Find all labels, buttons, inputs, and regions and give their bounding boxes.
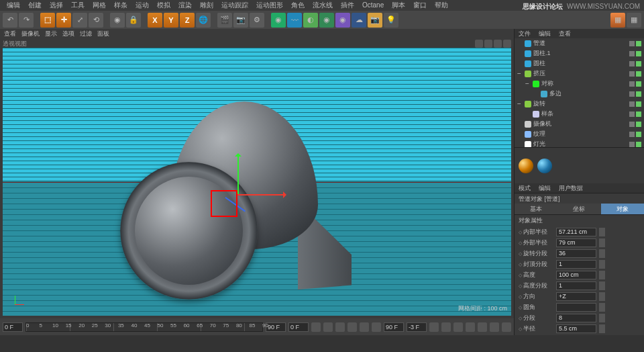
menu-工具[interactable]: 工具 bbox=[67, 0, 89, 11]
viewtab[interactable]: 摄像机 bbox=[21, 29, 40, 38]
objtab[interactable]: 文件 bbox=[515, 29, 535, 38]
attr-input[interactable] bbox=[556, 281, 596, 290]
autokey[interactable] bbox=[441, 322, 451, 332]
menu-运动[interactable]: 运动 bbox=[131, 0, 153, 11]
menu-窗口[interactable]: 窗口 bbox=[409, 0, 431, 11]
attr-input[interactable] bbox=[556, 260, 596, 269]
attr-input[interactable] bbox=[556, 271, 596, 279]
visibility-flag[interactable] bbox=[636, 132, 641, 137]
viewtab[interactable]: 面板 bbox=[97, 29, 109, 38]
menu-Octane[interactable]: Octane bbox=[358, 0, 388, 11]
vp-nav-icon[interactable] bbox=[475, 40, 483, 48]
camera[interactable]: 📷 bbox=[368, 13, 382, 28]
menu-运动图形[interactable]: 运动图形 bbox=[252, 0, 287, 11]
x-axis[interactable]: X bbox=[148, 13, 162, 28]
environment[interactable]: ☁ bbox=[352, 13, 366, 28]
timeline-start[interactable] bbox=[3, 322, 23, 332]
visibility-flag[interactable] bbox=[636, 91, 641, 97]
tab-basic[interactable]: 基本 bbox=[515, 204, 557, 214]
tab-object[interactable]: 对象 bbox=[601, 204, 644, 214]
key-opts4[interactable] bbox=[490, 322, 499, 332]
menu-脚本[interactable]: 脚本 bbox=[388, 0, 409, 11]
tree-row[interactable]: −旋转 bbox=[515, 99, 644, 109]
menu-编辑[interactable]: 编辑 bbox=[3, 0, 24, 11]
tree-row[interactable]: 多边 bbox=[515, 89, 644, 99]
menu-雕刻[interactable]: 雕刻 bbox=[196, 0, 217, 11]
light[interactable]: 💡 bbox=[384, 13, 398, 28]
tree-row[interactable]: 摄像机 bbox=[515, 119, 644, 129]
visibility-flag[interactable] bbox=[636, 61, 641, 67]
viewtab[interactable]: 过滤 bbox=[80, 29, 92, 38]
goto-start[interactable] bbox=[311, 322, 321, 332]
material-manager[interactable] bbox=[515, 147, 644, 183]
visibility-flag[interactable] bbox=[636, 122, 641, 127]
timeline-range-end[interactable] bbox=[384, 322, 404, 332]
tab-coord[interactable]: 坐标 bbox=[557, 204, 600, 214]
attr-input[interactable] bbox=[556, 292, 596, 301]
visibility-flag[interactable] bbox=[629, 81, 635, 87]
attr-input[interactable] bbox=[556, 314, 596, 322]
y-axis[interactable]: Y bbox=[164, 13, 178, 28]
visibility-flag[interactable] bbox=[636, 142, 641, 147]
transform-gizmo[interactable] bbox=[197, 155, 278, 236]
coord-sys[interactable]: 🌐 bbox=[196, 13, 211, 28]
viewport[interactable]: 透视视图 网格间距 : 100 cm bbox=[0, 38, 514, 318]
redo-button[interactable]: ↷ bbox=[19, 13, 34, 28]
render-pict[interactable]: 📷 bbox=[233, 13, 248, 28]
viewtab[interactable]: 查看 bbox=[4, 29, 16, 38]
vp-nav-icon[interactable] bbox=[503, 40, 511, 48]
attrtab[interactable]: 模式 bbox=[515, 183, 535, 193]
tree-row[interactable]: 圆柱.1 bbox=[515, 48, 644, 58]
menu-流水线[interactable]: 流水线 bbox=[309, 0, 337, 11]
attr-input[interactable] bbox=[556, 249, 596, 258]
attr-input[interactable] bbox=[556, 303, 596, 312]
timeline-cur[interactable] bbox=[288, 322, 309, 332]
visibility-flag[interactable] bbox=[629, 142, 635, 147]
visibility-flag[interactable] bbox=[629, 112, 635, 117]
tree-row[interactable]: 圆柱 bbox=[515, 58, 644, 69]
attrtab[interactable]: 编辑 bbox=[535, 183, 555, 193]
key-opts[interactable] bbox=[453, 322, 463, 332]
spinner[interactable] bbox=[599, 249, 605, 258]
tree-row[interactable]: 灯光 bbox=[515, 139, 644, 147]
scale-tool[interactable]: ⤢ bbox=[72, 13, 87, 28]
visibility-flag[interactable] bbox=[636, 71, 641, 77]
expand-icon[interactable]: − bbox=[517, 100, 523, 107]
material-preview[interactable] bbox=[519, 159, 533, 173]
spinner[interactable] bbox=[599, 260, 605, 269]
render-settings[interactable]: ⚙ bbox=[250, 13, 264, 28]
visibility-flag[interactable] bbox=[629, 41, 635, 46]
undo-button[interactable]: ↶ bbox=[3, 13, 17, 28]
record[interactable] bbox=[429, 322, 439, 332]
tree-row[interactable]: 管道 bbox=[515, 38, 644, 48]
spinner[interactable] bbox=[599, 314, 605, 322]
generator[interactable]: ◐ bbox=[303, 13, 318, 28]
menu-帮助[interactable]: 帮助 bbox=[431, 0, 452, 11]
visibility-flag[interactable] bbox=[629, 91, 635, 97]
visibility-flag[interactable] bbox=[629, 132, 635, 137]
visibility-flag[interactable] bbox=[636, 51, 641, 56]
play-back[interactable] bbox=[335, 322, 345, 332]
timeline-end[interactable] bbox=[266, 322, 286, 332]
key-opts5[interactable] bbox=[502, 322, 511, 332]
key-opts3[interactable] bbox=[478, 322, 487, 332]
primitive[interactable]: ◉ bbox=[271, 13, 286, 28]
visibility-flag[interactable] bbox=[629, 61, 635, 67]
tree-row[interactable]: 样条 bbox=[515, 109, 644, 119]
lock-tool[interactable]: 🔒 bbox=[126, 13, 141, 28]
play-fwd[interactable] bbox=[347, 322, 357, 332]
step-back[interactable] bbox=[323, 322, 333, 332]
spinner[interactable] bbox=[599, 281, 605, 290]
vp-nav-icon[interactable] bbox=[484, 40, 492, 48]
attrtab[interactable]: 用户数据 bbox=[555, 183, 587, 193]
generator2[interactable]: ◉ bbox=[319, 13, 334, 28]
spinner[interactable] bbox=[599, 303, 605, 312]
key-opts2[interactable] bbox=[466, 322, 475, 332]
tool-recent[interactable]: ◉ bbox=[110, 13, 125, 28]
layout-2[interactable]: ▦ bbox=[627, 13, 641, 28]
attr-input[interactable] bbox=[556, 228, 596, 236]
objtab[interactable]: 编辑 bbox=[535, 29, 555, 38]
visibility-flag[interactable] bbox=[629, 101, 635, 107]
menu-插件[interactable]: 插件 bbox=[337, 0, 358, 11]
spinner[interactable] bbox=[599, 238, 605, 247]
